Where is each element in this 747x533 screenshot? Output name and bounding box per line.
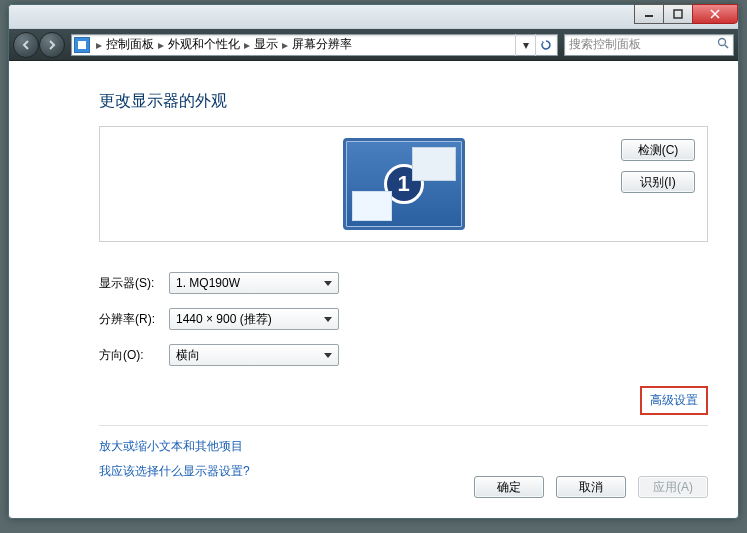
display-select[interactable]: 1. MQ190W [169,272,339,294]
window: ▸ 控制面板 ▸ 外观和个性化 ▸ 显示 ▸ 屏幕分辨率 ▾ 搜索控制面板 更改… [8,4,739,519]
divider [99,425,708,426]
text-size-link[interactable]: 放大或缩小文本和其他项目 [99,438,708,455]
settings-form: 显示器(S): 1. MQ190W 分辨率(R): 1440 × 900 (推荐… [99,272,708,366]
preview-desktop-icon [352,191,392,221]
forward-button[interactable] [39,32,65,58]
refresh-icon[interactable] [535,34,555,56]
nav-arrows [13,32,65,58]
minimize-button[interactable] [634,4,664,24]
breadcrumb-item[interactable]: 显示 [252,36,280,53]
search-input[interactable]: 搜索控制面板 [564,34,734,56]
svg-point-4 [719,39,726,46]
breadcrumb-item[interactable]: 控制面板 [104,36,156,53]
resolution-value: 1440 × 900 (推荐) [176,311,272,328]
apply-button[interactable]: 应用(A) [638,476,708,498]
resolution-select[interactable]: 1440 × 900 (推荐) [169,308,339,330]
orientation-label: 方向(O): [99,347,169,364]
ok-button[interactable]: 确定 [474,476,544,498]
address-dropdown[interactable]: ▾ [515,34,535,56]
cancel-button[interactable]: 取消 [556,476,626,498]
chevron-right-icon[interactable]: ▸ [156,38,166,52]
navbar: ▸ 控制面板 ▸ 外观和个性化 ▸ 显示 ▸ 屏幕分辨率 ▾ 搜索控制面板 [9,29,738,61]
detect-button[interactable]: 检测(C) [621,139,695,161]
breadcrumb-item[interactable]: 屏幕分辨率 [290,36,354,53]
search-placeholder: 搜索控制面板 [569,36,641,53]
maximize-button[interactable] [663,4,693,24]
search-icon [717,37,729,52]
svg-line-5 [725,45,728,48]
page-title: 更改显示器的外观 [99,91,708,112]
content-area: 更改显示器的外观 1 检测(C) 识别(I) 显示器(S): 1. MQ190W… [9,61,738,480]
preview-window-icon [412,147,456,181]
display-label: 显示器(S): [99,275,169,292]
display-value: 1. MQ190W [176,276,240,290]
chevron-right-icon[interactable]: ▸ [280,38,290,52]
back-button[interactable] [13,32,39,58]
advanced-settings-link[interactable]: 高级设置 [640,386,708,415]
control-panel-icon [74,37,90,53]
advanced-row: 高级设置 [99,386,708,415]
display-preview-panel: 1 检测(C) 识别(I) [99,126,708,242]
chevron-right-icon[interactable]: ▸ [242,38,252,52]
identify-button[interactable]: 识别(I) [621,171,695,193]
close-button[interactable] [692,4,738,24]
monitor-thumbnail[interactable]: 1 [343,138,465,230]
preview-side-buttons: 检测(C) 识别(I) [621,139,695,193]
resolution-label: 分辨率(R): [99,311,169,328]
chevron-right-icon[interactable]: ▸ [94,38,104,52]
dialog-buttons: 确定 取消 应用(A) [474,476,708,498]
svg-rect-1 [674,10,682,18]
address-bar[interactable]: ▸ 控制面板 ▸ 外观和个性化 ▸ 显示 ▸ 屏幕分辨率 ▾ [71,34,558,56]
breadcrumb-item[interactable]: 外观和个性化 [166,36,242,53]
titlebar [9,5,738,29]
orientation-select[interactable]: 横向 [169,344,339,366]
window-controls [635,4,738,24]
orientation-value: 横向 [176,347,200,364]
